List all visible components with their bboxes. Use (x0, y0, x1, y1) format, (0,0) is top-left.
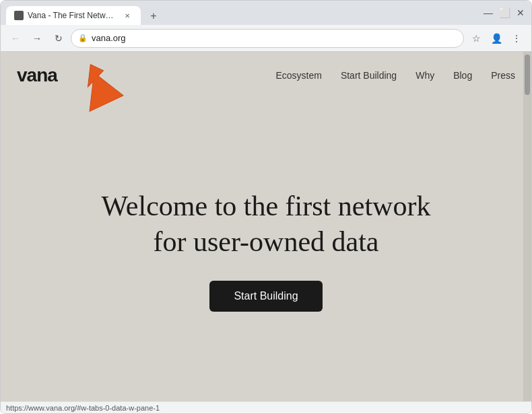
nav-start-building[interactable]: Start Building (341, 70, 397, 81)
nav-ecosystem[interactable]: Ecosystem (275, 70, 321, 81)
hero-section: Welcome to the first network for user-ow… (1, 99, 531, 401)
toolbar: ← → ↻ 🔒 vana.org ☆ 👤 ⋮ (1, 25, 531, 52)
hero-cta-button[interactable]: Start Building (209, 281, 322, 312)
new-tab-button[interactable]: + (145, 7, 162, 25)
tab-title: Vana - The First Network for U... (28, 11, 118, 20)
title-bar: Vana - The First Network for U... ✕ + — … (1, 1, 531, 25)
profile-button[interactable]: 👤 (487, 29, 506, 48)
close-button[interactable]: ✕ (515, 7, 526, 18)
status-bar: https://www.vana.org/#w-tabs-0-data-w-pa… (1, 401, 531, 413)
bookmark-button[interactable]: ☆ (467, 29, 486, 48)
menu-button[interactable]: ⋮ (507, 29, 526, 48)
nav-blog[interactable]: Blog (453, 70, 472, 81)
hero-title: Welcome to the first network for user-ow… (98, 188, 434, 259)
toolbar-actions: ☆ 👤 ⋮ (467, 29, 526, 48)
window-controls: — ⬜ ✕ (483, 7, 526, 18)
address-bar[interactable]: 🔒 vana.org (71, 29, 464, 48)
status-url: https://www.vana.org/#w-tabs-0-data-w-pa… (6, 404, 160, 412)
maximize-button[interactable]: ⬜ (499, 7, 510, 18)
tab-favicon (14, 11, 24, 20)
nav-press[interactable]: Press (491, 70, 515, 81)
nav-why[interactable]: Why (415, 70, 434, 81)
site-nav: vana Ecosystem Start Building Why Blog P… (1, 52, 531, 99)
site-logo: vana (17, 65, 57, 86)
back-button[interactable]: ← (6, 29, 25, 48)
scrollbar[interactable] (523, 52, 531, 401)
tab-strip: Vana - The First Network for U... ✕ + (6, 1, 162, 25)
scrollbar-thumb[interactable] (525, 55, 530, 95)
website-content: vana Ecosystem Start Building Why Blog P… (1, 52, 531, 401)
tab-close-button[interactable]: ✕ (122, 10, 133, 21)
minimize-button[interactable]: — (483, 7, 494, 18)
lock-icon: 🔒 (78, 34, 88, 42)
active-tab[interactable]: Vana - The First Network for U... ✕ (6, 6, 141, 25)
refresh-button[interactable]: ↻ (49, 29, 68, 48)
nav-links: Ecosystem Start Building Why Blog Press (275, 70, 515, 81)
address-text: vana.org (92, 33, 457, 43)
forward-button[interactable]: → (28, 29, 46, 48)
browser-window: Vana - The First Network for U... ✕ + — … (0, 0, 532, 414)
